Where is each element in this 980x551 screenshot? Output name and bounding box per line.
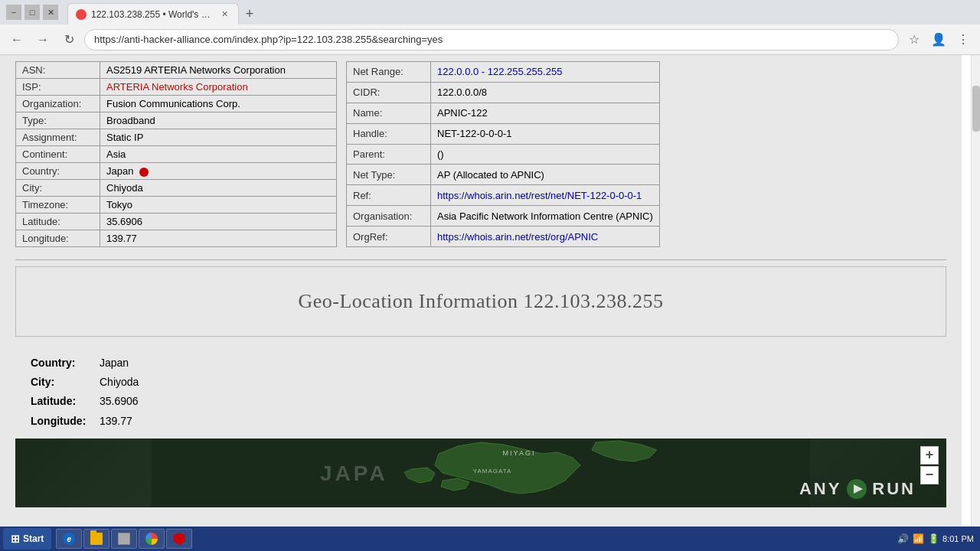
title-bar: − □ ✕ 122.103.238.255 • World's best IP … <box>0 0 980 24</box>
back-button[interactable]: ← <box>6 29 28 51</box>
geo-longitude-row: Longitude: 139.77 <box>31 412 931 431</box>
anyrun-run-text: RUN <box>872 479 916 499</box>
org-value: Fusion Communications Corp. <box>100 96 337 112</box>
address-bar[interactable]: https://anti-hacker-alliance.com/index.p… <box>84 29 899 51</box>
city-label: City: <box>16 180 100 197</box>
bookmark-button[interactable]: ☆ <box>903 29 925 51</box>
system-time: 8:01 PM <box>942 534 974 543</box>
ref-link[interactable]: https://whois.arin.net/rest/net/NET-122-… <box>437 190 642 201</box>
assignment-value: Static IP <box>100 129 337 146</box>
page-inner: ASN: AS2519 ARTERIA Networks Corporation… <box>0 55 962 530</box>
taskbar-window[interactable] <box>111 529 137 549</box>
net-range-value: 122.0.0.0 - 122.255.255.255 <box>431 62 660 83</box>
chrome-icon <box>145 533 158 545</box>
scrollbar-thumb <box>972 86 980 132</box>
geo-longitude-value: 139.77 <box>100 412 132 431</box>
table-row: Continent: Asia <box>16 146 337 163</box>
table-row: ASN: AS2519 ARTERIA Networks Corporation <box>16 62 337 79</box>
menu-button[interactable]: ⋮ <box>952 29 974 51</box>
orgref-value: https://whois.arin.net/rest/org/APNIC <box>431 227 660 247</box>
page-content: ASN: AS2519 ARTERIA Networks Corporation… <box>0 55 980 551</box>
tab-close-button[interactable]: ✕ <box>218 8 230 21</box>
geo-country-value: Japan <box>100 354 129 373</box>
network-icon[interactable]: 📶 <box>912 533 924 545</box>
type-label: Type: <box>16 112 100 129</box>
map-controls: + − <box>920 446 939 484</box>
geo-latitude-label: Latitude: <box>31 392 100 411</box>
geo-location-header: Geo-Location Information 122.103.238.255 <box>16 267 946 336</box>
geo-city-label: City: <box>31 373 100 392</box>
profile-button[interactable]: 👤 <box>928 29 949 51</box>
window-controls: − □ ✕ <box>6 5 58 20</box>
nav-icons: ☆ 👤 ⋮ <box>903 29 974 51</box>
table-row: Organization: Fusion Communications Corp… <box>16 96 337 112</box>
longitude-value: 139.77 <box>100 230 337 247</box>
table-row: City: Chiyoda <box>16 180 337 197</box>
start-icon: ⊞ <box>11 533 20 545</box>
geo-latitude-value: 35.6906 <box>100 392 139 411</box>
taskbar-items: e <box>53 529 895 549</box>
taskbar-ie[interactable]: e <box>56 529 82 549</box>
organisation-label: Organisation: <box>347 206 431 227</box>
start-button[interactable]: ⊞ Start <box>3 528 51 549</box>
country-label: Country: <box>16 163 100 180</box>
geo-city-row: City: Chiyoda <box>31 373 931 392</box>
name-value: APNIC-122 <box>431 103 660 123</box>
country-flag-icon <box>139 168 149 177</box>
tables-section: ASN: AS2519 ARTERIA Networks Corporation… <box>15 61 946 247</box>
nav-bar: ← → ↻ https://anti-hacker-alliance.com/i… <box>0 24 980 55</box>
map-section: MIYAGI YAMAGATA JAPA + − ANY <box>15 439 946 507</box>
net-range-link[interactable]: 122.0.0.0 - 122.255.255.255 <box>437 66 562 77</box>
table-row: Net Type: AP (Allocated to APNIC) <box>347 165 660 185</box>
scrollbar[interactable] <box>971 55 980 551</box>
table-row: Country: Japan <box>16 163 337 180</box>
handle-label: Handle: <box>347 123 431 144</box>
table-row: ISP: ARTERIA Networks Corporation <box>16 79 337 96</box>
url-text: https://anti-hacker-alliance.com/index.p… <box>94 34 889 45</box>
separator <box>15 259 946 260</box>
map-background: MIYAGI YAMAGATA JAPA + − ANY <box>15 439 946 507</box>
battery-icon[interactable]: 🔋 <box>927 533 939 545</box>
zoom-out-button[interactable]: − <box>920 466 939 484</box>
geo-country-label: Country: <box>31 354 100 373</box>
taskbar: ⊞ Start e 🔊 📶 🔋 8:01 PM <box>0 527 980 551</box>
orgref-label: OrgRef: <box>347 227 431 247</box>
name-label: Name: <box>347 103 431 123</box>
taskbar-security[interactable] <box>166 529 192 549</box>
zoom-in-button[interactable]: + <box>920 446 939 465</box>
table-row: Type: Broadband <box>16 112 337 129</box>
continent-value: Asia <box>100 146 337 163</box>
table-row: Handle: NET-122-0-0-0-1 <box>347 123 660 144</box>
geo-city-value: Chiyoda <box>100 373 139 392</box>
isp-link[interactable]: ARTERIA Networks Corporation <box>106 81 248 93</box>
close-button[interactable]: ✕ <box>43 5 58 20</box>
cidr-label: CIDR: <box>347 82 431 103</box>
longitude-label: Longitude: <box>16 230 100 247</box>
parent-value: () <box>431 144 660 165</box>
new-tab-button[interactable]: + <box>239 3 260 24</box>
minimize-button[interactable]: − <box>6 5 21 20</box>
table-row: CIDR: 122.0.0.0/8 <box>347 82 660 103</box>
taskbar-chrome[interactable] <box>139 529 165 549</box>
taskbar-folder[interactable] <box>83 529 109 549</box>
isp-label: ISP: <box>16 79 100 96</box>
latitude-value: 35.6906 <box>100 214 337 230</box>
net-range-label: Net Range: <box>347 62 431 83</box>
geo-latitude-row: Latitude: 35.6906 <box>31 392 931 411</box>
table-row: Longitude: 139.77 <box>16 230 337 247</box>
right-info-table: Net Range: 122.0.0.0 - 122.255.255.255 C… <box>346 61 660 247</box>
refresh-button[interactable]: ↻ <box>58 29 80 51</box>
folder-icon <box>90 533 103 545</box>
tab-title: 122.103.238.255 • World's best IP <box>91 9 214 20</box>
anyrun-watermark: ANY RUN <box>799 478 916 500</box>
active-tab[interactable]: 122.103.238.255 • World's best IP ✕ <box>67 3 239 24</box>
ref-label: Ref: <box>347 185 431 206</box>
left-info-table: ASN: AS2519 ARTERIA Networks Corporation… <box>15 61 337 247</box>
window-icon <box>118 533 130 545</box>
table-row: Name: APNIC-122 <box>347 103 660 123</box>
volume-icon[interactable]: 🔊 <box>897 533 909 545</box>
start-label: Start <box>23 533 44 544</box>
orgref-link[interactable]: https://whois.arin.net/rest/org/APNIC <box>437 231 598 243</box>
maximize-button[interactable]: □ <box>24 5 40 20</box>
forward-button[interactable]: → <box>32 29 54 51</box>
